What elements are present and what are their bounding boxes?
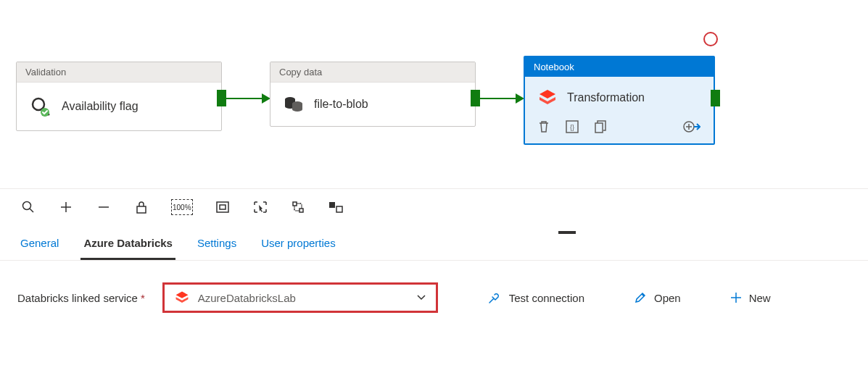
open-button[interactable]: Open [634,291,681,304]
delete-icon[interactable] [538,120,550,133]
properties-tabs: General Azure Databricks Settings User p… [0,225,868,261]
connector-handle[interactable] [711,90,720,106]
svg-rect-22 [329,202,335,208]
new-button[interactable]: New [730,292,771,304]
node-header: Notebook [525,57,714,77]
copy-icon[interactable] [595,120,606,133]
svg-rect-18 [217,202,228,212]
edit-icon [634,291,647,304]
lock-icon[interactable] [133,199,149,215]
zoom-out-icon[interactable] [96,199,112,215]
canvas-toolbar: 100% [0,188,868,225]
tab-general[interactable]: General [17,230,62,260]
zoom-100-icon[interactable]: 100% [171,199,193,215]
node-body: Availability flag [17,83,221,130]
tab-azure-databricks[interactable]: Azure Databricks [80,230,175,260]
test-connection-button[interactable]: Test connection [487,290,584,305]
node-action-bar: {} [525,116,714,143]
chevron-down-icon [417,295,426,301]
tab-settings[interactable]: Settings [194,230,239,260]
svg-rect-20 [293,202,297,206]
flow-arrow [226,98,263,99]
svg-rect-19 [220,205,226,209]
node-header: Copy data [270,62,475,83]
svg-point-12 [23,202,31,210]
connector-handle[interactable] [471,90,480,106]
node-title: Availability flag [62,100,139,113]
select-icon[interactable] [252,199,268,215]
code-icon[interactable]: {} [566,120,579,133]
svg-text:{}: {} [570,124,574,131]
svg-rect-17 [137,206,146,213]
activity-node-copy-data[interactable]: Copy data file-to-blob [270,62,476,127]
node-body: file-to-blob [270,83,475,126]
plus-icon [730,292,742,303]
svg-rect-7 [595,123,603,133]
flow-arrow [480,98,516,99]
required-asterisk: * [141,292,145,304]
node-title: file-to-blob [314,98,368,111]
linked-service-row: Databricks linked service* AzureDatabric… [0,261,868,335]
databricks-icon [175,290,189,305]
svg-rect-23 [336,206,342,212]
database-copy-icon [284,96,304,113]
panel-resize-handle[interactable] [558,231,576,234]
auto-layout-icon[interactable] [290,199,306,215]
search-check-icon [30,96,51,117]
node-title: Transformation [567,91,645,104]
pipeline-canvas[interactable]: Validation Availability flag Copy data [0,0,868,188]
linked-service-label: Databricks linked service* [17,292,145,304]
highlight-circle [703,32,718,46]
add-next-icon[interactable] [683,120,700,133]
search-icon[interactable] [20,199,36,215]
databricks-icon [538,88,557,107]
dropdown-value: AzureDatabricksLab [198,292,408,304]
svg-rect-21 [299,209,303,212]
connector-handle[interactable] [217,90,226,106]
fit-screen-icon[interactable] [215,199,231,215]
minimap-icon[interactable] [328,199,344,215]
linked-service-dropdown[interactable]: AzureDatabricksLab [162,282,438,313]
activity-node-validation[interactable]: Validation Availability flag [16,62,222,131]
svg-line-13 [30,209,33,212]
activity-node-notebook[interactable]: Notebook Transformation {} [524,56,715,145]
tab-user-properties[interactable]: User properties [258,230,339,260]
connection-icon [487,290,502,305]
node-header: Validation [17,62,221,83]
node-body: Transformation [525,77,714,116]
zoom-in-icon[interactable] [58,199,74,215]
